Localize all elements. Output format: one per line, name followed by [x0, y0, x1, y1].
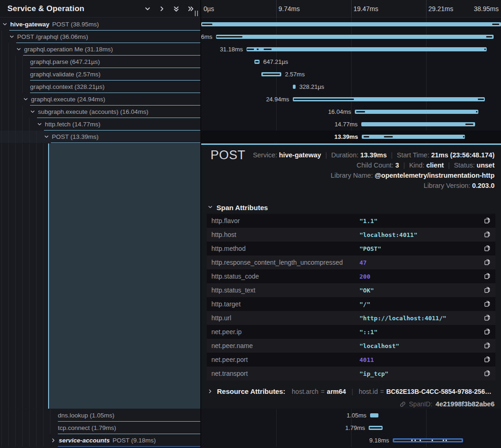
tree-row-graphql-operation-me[interactable]: graphql.operation Me (31.18ms): [0, 43, 200, 56]
child-span-dot: [414, 440, 416, 441]
copy-icon[interactable]: [484, 370, 491, 377]
copy-icon[interactable]: [484, 300, 491, 307]
indent-guide: [1, 93, 2, 106]
span-bar-subgraph-execute-accounts[interactable]: [355, 110, 478, 114]
span-attributes-table: http.flavor "1.1" http.host "localhost:4…: [207, 214, 495, 380]
detail-meta-line: Library Name: @opentelemetry/instrumenta…: [253, 170, 495, 180]
chevron-down-icon[interactable]: [37, 122, 42, 127]
copy-icon[interactable]: [484, 245, 491, 252]
span-bar-post-graphql[interactable]: [216, 35, 494, 39]
tree-row-tcp-connect[interactable]: tcp.connect (1.79ms): [0, 422, 200, 434]
span-bar-tcp-connect[interactable]: [369, 426, 383, 430]
tree-row-post-selected[interactable]: POST (13.39ms): [0, 131, 200, 143]
attribute-row: net.peer.name "localhost": [207, 339, 495, 353]
indent-guide: [22, 106, 23, 118]
tree-row-graphql-context[interactable]: graphql.context (328.21µs): [0, 81, 200, 93]
span-detail-title: POST: [210, 148, 246, 162]
copy-icon[interactable]: [484, 342, 491, 349]
tree-row-graphql-execute[interactable]: graphql.execute (24.94ms): [0, 93, 200, 106]
tree-row-post-graphql[interactable]: POST /graphql (36.06ms): [0, 31, 200, 43]
attribute-key: http.status_code: [207, 273, 259, 280]
copy-icon[interactable]: [484, 356, 491, 363]
indent-guide: [15, 106, 16, 118]
chevrons-right-icon[interactable]: [187, 6, 194, 12]
span-bar-post-selected[interactable]: [362, 135, 465, 139]
span-bar-service-accounts-post[interactable]: [393, 438, 463, 442]
copy-icon[interactable]: [484, 328, 491, 335]
chevron-right-icon[interactable]: [159, 6, 165, 12]
indent-guide: [50, 409, 50, 422]
attribute-value: "1.1": [359, 218, 377, 224]
attribute-row: net.transport "ip_tcp": [207, 367, 495, 380]
tree-row-dns-lookup[interactable]: dns.lookup (1.05ms): [0, 409, 200, 422]
link-icon[interactable]: [400, 401, 406, 407]
child-span-marker: [255, 61, 259, 62]
indent-guide: [1, 43, 2, 56]
span-detail-panel: POST Service: hive-gateway|Duration: 13.…: [201, 143, 501, 409]
chevron-down-icon[interactable]: [2, 22, 7, 27]
chevron-down-icon[interactable]: [30, 109, 35, 114]
indent-guide: [29, 143, 30, 409]
duration-label: 2.57ms: [285, 68, 305, 81]
span-bar-dns-lookup[interactable]: [370, 413, 378, 417]
indent-guide: [15, 131, 16, 143]
copy-icon[interactable]: [484, 217, 491, 224]
indent-guide: [29, 422, 30, 434]
selected-span-expansion-area: [48, 143, 200, 409]
indent-guide: [8, 81, 9, 93]
chevron-down-icon[interactable]: [9, 34, 14, 39]
child-span-marker: [463, 136, 464, 137]
tree-row-http-fetch[interactable]: http.fetch (14.77ms): [0, 118, 200, 131]
span-bar-graphql-parse[interactable]: [254, 60, 260, 64]
indent-guide: [8, 131, 9, 143]
indent-guide: [8, 93, 9, 106]
copy-icon[interactable]: [484, 231, 491, 238]
indent-guide: [15, 409, 16, 422]
attribute-value: 4011: [359, 356, 374, 363]
indent-guide: [8, 68, 9, 81]
chevron-down-icon: [208, 203, 213, 212]
copy-icon[interactable]: [484, 259, 491, 266]
copy-icon[interactable]: [484, 314, 491, 321]
chevron-down-icon[interactable]: [144, 6, 151, 12]
span-bar-http-fetch[interactable]: [361, 122, 475, 126]
gridline: [426, 0, 427, 18]
tree-row-graphql-parse[interactable]: graphql.parse (647.21µs): [0, 56, 200, 68]
tree-row-service-accounts-post[interactable]: service-accountsPOST (9.18ms): [0, 434, 200, 447]
resource-attributes-row[interactable]: Resource Attributes: host.arch=arm64|hos…: [208, 387, 491, 395]
panel-divider[interactable]: [200, 0, 201, 448]
indent-guide: [22, 434, 23, 447]
chevrons-down-icon[interactable]: [173, 6, 179, 12]
span-detail-meta: Service: hive-gateway|Duration: 13.39ms|…: [253, 150, 495, 191]
attribute-value: "ip_tcp": [359, 370, 389, 377]
resize-grip-icon[interactable]: [195, 11, 198, 16]
timeline-row-graphql-parse: 647.21µs: [201, 56, 501, 68]
span-bar-graphql-validate[interactable]: [261, 72, 281, 76]
indent-guide: [8, 422, 9, 434]
duration-label: 9.18ms: [369, 434, 389, 447]
attribute-value: 200: [359, 273, 370, 280]
copy-icon[interactable]: [484, 273, 491, 280]
chevron-down-icon[interactable]: [44, 134, 49, 139]
indent-guide: [1, 81, 2, 93]
attribute-key: net.peer.name: [207, 342, 253, 349]
attribute-row: net.peer.ip "::1": [207, 325, 495, 339]
span-attributes-header[interactable]: Span Attributes: [208, 203, 268, 212]
span-bar-graphql-context[interactable]: [293, 85, 296, 89]
span-bar-graphql-operation-me[interactable]: [247, 47, 487, 51]
tree-row-subgraph-execute-accounts[interactable]: subgraph.execute (accounts) (16.04ms): [0, 106, 200, 118]
attribute-row: http.status_text "OK": [207, 283, 495, 297]
span-bar-hive-gateway-post[interactable]: [201, 22, 501, 26]
span-bar-graphql-execute[interactable]: [293, 97, 485, 101]
indent-guide: [29, 131, 30, 143]
tree-row-graphql-validate[interactable]: graphql.validate (2.57ms): [0, 68, 200, 81]
chevron-right-icon[interactable]: [51, 438, 56, 443]
child-span-marker: [486, 36, 492, 37]
chevron-down-icon[interactable]: [16, 47, 21, 52]
tree-row-hive-gateway-post[interactable]: hive-gatewayPOST (38.95ms): [0, 18, 200, 31]
timeline-row-graphql-execute: 24.94ms: [201, 93, 501, 106]
operation-label: POST (9.18ms): [112, 437, 156, 444]
child-span-dot: [445, 440, 447, 441]
copy-icon[interactable]: [484, 286, 491, 293]
chevron-down-icon[interactable]: [23, 97, 28, 102]
